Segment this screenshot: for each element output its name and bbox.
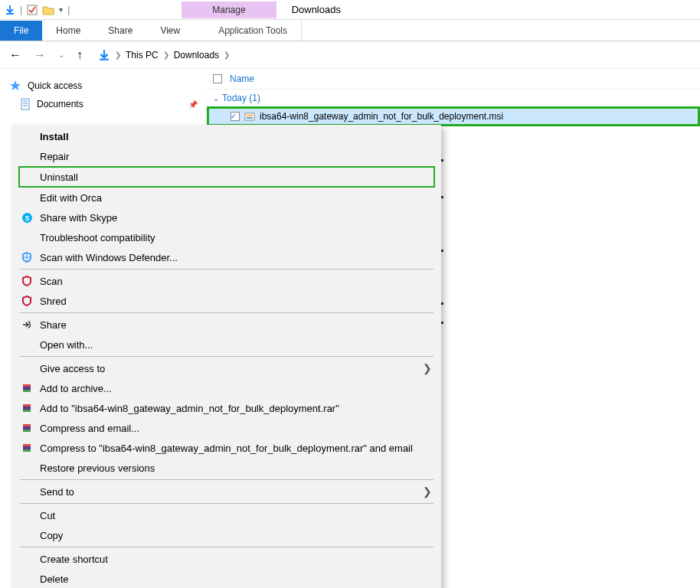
- svg-rect-7: [245, 113, 254, 120]
- file-tab[interactable]: File: [0, 21, 42, 41]
- file-row-selected[interactable]: ✓ ibsa64-win8_gateway_admin_not_for_bulk…: [207, 106, 700, 126]
- pin-icon[interactable]: 📌: [188, 100, 198, 109]
- up-button[interactable]: ↑: [74, 47, 86, 64]
- breadcrumb-thispc[interactable]: This PC: [126, 50, 159, 60]
- name-column-header[interactable]: Name: [230, 74, 254, 84]
- svg-rect-3: [21, 99, 29, 109]
- select-all-checkbox[interactable]: [213, 74, 222, 83]
- group-label: Today (1): [222, 93, 260, 103]
- star-icon: [9, 80, 21, 92]
- qat-dropdown-icon[interactable]: ▾: [59, 5, 63, 14]
- separator: |: [67, 5, 70, 15]
- documents-item[interactable]: Documents 📌: [9, 95, 198, 113]
- separator: |: [20, 5, 22, 15]
- chevron-right-icon[interactable]: ❯: [224, 51, 230, 59]
- download-arrow-icon: [98, 49, 110, 61]
- quick-access-item[interactable]: Quick access: [9, 77, 198, 95]
- recent-dropdown[interactable]: ⌄: [55, 49, 67, 60]
- column-header-row: Name: [207, 69, 700, 90]
- file-list-pane: Name ⌄ Today (1) ✓ ibsa64-win8_gateway_a…: [207, 69, 700, 126]
- checkbox-icon[interactable]: [27, 5, 38, 15]
- documents-label: Documents: [37, 99, 83, 109]
- chevron-right-icon[interactable]: ❯: [115, 51, 121, 59]
- folder-icon[interactable]: [42, 5, 54, 15]
- file-checkbox[interactable]: ✓: [231, 112, 240, 121]
- view-tab[interactable]: View: [146, 21, 194, 41]
- chevron-down-icon: ⌄: [213, 94, 219, 103]
- group-today[interactable]: ⌄ Today (1): [207, 90, 700, 106]
- breadcrumb[interactable]: ❯ This PC ❯ Downloads ❯: [92, 46, 694, 64]
- application-tools-tab[interactable]: Application Tools: [204, 21, 302, 41]
- home-tab[interactable]: Home: [42, 21, 94, 41]
- quick-access-toolbar: | ▾ |: [0, 5, 74, 15]
- msi-icon: [244, 111, 255, 122]
- navigation-bar: ← → ⌄ ↑ ❯ This PC ❯ Downloads ❯: [0, 41, 700, 69]
- back-button[interactable]: ←: [6, 47, 25, 64]
- document-icon: [20, 98, 31, 110]
- forward-button[interactable]: →: [31, 47, 49, 64]
- window-title: Downloads: [292, 4, 341, 15]
- title-bar: | ▾ | Manage Downloads: [0, 0, 700, 20]
- ribbon-bar: File Home Share View Application Tools: [0, 20, 700, 41]
- manage-tab[interactable]: Manage: [182, 2, 276, 18]
- svg-rect-8: [247, 115, 253, 116]
- context-menu: Install Repair Uninstall Edit with Orca …: [12, 125, 441, 126]
- svg-rect-2: [100, 58, 108, 60]
- navigation-pane: Quick access Documents 📌: [0, 69, 207, 126]
- download-arrow-icon: [5, 5, 15, 15]
- share-tab[interactable]: Share: [94, 21, 146, 41]
- svg-rect-9: [247, 117, 253, 119]
- quick-access-label: Quick access: [28, 80, 82, 91]
- file-name: ibsa64-win8_gateway_admin_not_for_bulk_d…: [260, 111, 503, 122]
- chevron-right-icon[interactable]: ❯: [163, 51, 169, 59]
- breadcrumb-downloads[interactable]: Downloads: [174, 50, 219, 60]
- svg-rect-0: [6, 13, 14, 15]
